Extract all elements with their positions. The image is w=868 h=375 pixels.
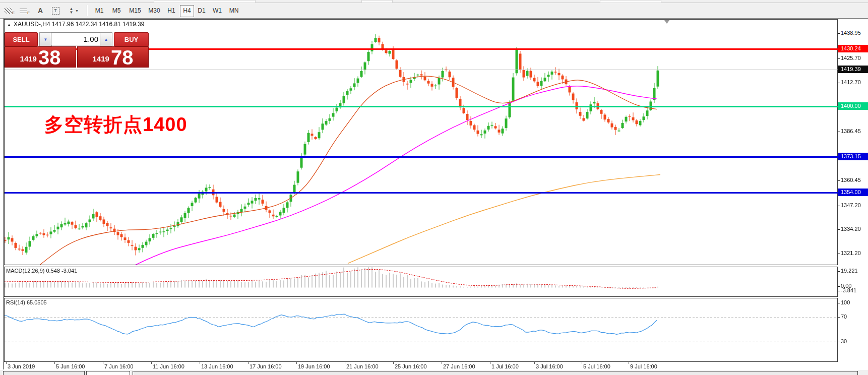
symbol-ohlc-text: XAUUSD-,H4 1417.96 1422.34 1416.81 1419.… (14, 21, 145, 28)
date-tick (345, 362, 345, 364)
volume-increase-button[interactable]: ▲ (100, 32, 112, 46)
arrows-tool-button[interactable]: ▲▼ ▾ (65, 5, 83, 17)
buy-button-label: BUY (125, 36, 138, 43)
price-badge-1354.00: 1354.00 (838, 189, 868, 196)
axis-label: 1321.20 (841, 250, 861, 256)
buy-button[interactable]: BUY (114, 32, 149, 46)
axis-tick (838, 291, 840, 291)
text-box-tool-button[interactable]: T (49, 5, 61, 17)
axis-tick (838, 132, 840, 132)
level-line-1419.39[interactable] (5, 70, 838, 70)
axis-tick (838, 317, 840, 318)
sell-button[interactable]: SELL (5, 32, 38, 46)
axis-tick (838, 58, 840, 59)
chevron-down-icon: ▾ (76, 9, 78, 13)
arrows-icon: ▲▼ (70, 7, 74, 14)
date-label: 25 Jun 16:00 (395, 363, 427, 369)
axis-tick (838, 342, 840, 342)
date-tick (248, 362, 249, 364)
chart-shift-marker[interactable] (664, 20, 669, 24)
date-label: 13 Jun 16:00 (201, 363, 233, 369)
timeframe-button-M30[interactable]: M30 (146, 5, 163, 16)
bottom-window-tab[interactable] (133, 371, 858, 375)
timeframe-button-MN[interactable]: MN (226, 5, 241, 16)
collapse-triangle-icon[interactable]: ▲ (7, 23, 11, 27)
date-label: 5 Jun 16:00 (56, 363, 85, 369)
date-tick (442, 362, 442, 364)
axis-tick (838, 286, 840, 287)
timeframe-button-H4[interactable]: H4 (180, 5, 194, 17)
level-line-1400.00[interactable] (5, 106, 838, 107)
date-tick (296, 362, 297, 364)
chart-symbol-title: ▲XAUUSD-,H4 1417.96 1422.34 1416.81 1419… (7, 21, 144, 28)
axis-tick (838, 83, 840, 83)
channel-lines-icon (5, 8, 12, 14)
sell-price-big: 38 (38, 49, 61, 66)
rsi-indicator-label: RSI(14) 65.0505 (6, 299, 47, 305)
price-badge-1419.39: 1419.39 (838, 66, 868, 73)
volume-input[interactable] (51, 32, 102, 45)
buy-price-display[interactable]: 1419 78 (77, 46, 149, 68)
spin-up-icon: ▲ (104, 37, 108, 42)
date-label: 21 Jun 16:00 (346, 363, 379, 369)
timeframe-button-W1[interactable]: W1 (210, 5, 224, 16)
axis-label: 1412.70 (841, 79, 861, 85)
axis-label: 100 (841, 299, 850, 305)
date-tick (151, 362, 152, 364)
price-chart-canvas[interactable] (4, 19, 838, 361)
axis-label: 19.221 (841, 268, 858, 274)
axis-label: 1386.45 (841, 128, 861, 134)
date-tick (582, 362, 582, 364)
volume-decrease-button[interactable]: ▼ (39, 32, 52, 46)
one-click-trading-panel: SELL ▼ ▲ BUY 1419 38 1419 78 (5, 31, 148, 66)
date-label: 19 Jun 16:00 (298, 363, 330, 369)
date-label: 3 Jul 16:00 (536, 363, 563, 369)
sell-price-display[interactable]: 1419 38 (5, 46, 76, 68)
axis-tick (838, 206, 840, 206)
timeframe-button-M5[interactable]: M5 (109, 5, 123, 16)
price-badge-1430.24: 1430.24 (838, 45, 868, 52)
text-tool-button[interactable]: A (34, 5, 46, 17)
date-label: 3 Jun 2019 (8, 363, 35, 369)
chart-window-border (3, 19, 4, 369)
level-line-1373.15[interactable] (5, 156, 838, 158)
price-badge-1373.15: 1373.15 (838, 153, 868, 160)
tool-glyph: F (27, 11, 30, 15)
axis-label: 70 (841, 314, 847, 320)
fibonacci-lines-icon (20, 8, 27, 13)
bottom-window-tab[interactable] (3, 371, 85, 375)
level-line-1354.00[interactable] (5, 192, 838, 194)
date-label: 11 Jun 16:00 (153, 363, 184, 369)
date-label: 5 Jul 16:00 (583, 363, 610, 369)
axis-tick (838, 180, 840, 181)
axis-tick (838, 33, 840, 34)
sell-button-label: SELL (13, 36, 29, 43)
fibonacci-tool-button[interactable]: F (18, 5, 31, 17)
axis-label: 1334.20 (841, 226, 861, 232)
axis-label: 1438.95 (841, 30, 861, 36)
timeframe-button-M15[interactable]: M15 (127, 5, 144, 16)
macd-indicator-label: MACD(12,26,9) 0.548 -3.041 (6, 268, 77, 274)
axis-label: -3.841 (841, 287, 856, 293)
mt4-terminal: E F A T ▲▼ ▾ M1M5M15M30H1H4D1W1MN ▲XAUUS… (0, 0, 868, 375)
axis-tick (838, 271, 840, 272)
date-label: 9 Jul 16:00 (630, 363, 657, 369)
timeframe-button-D1[interactable]: D1 (195, 5, 208, 16)
equidistant-channel-tool-button[interactable]: E (3, 5, 16, 17)
timeframe-button-H1[interactable]: H1 (165, 5, 178, 16)
date-tick (629, 362, 629, 364)
axis-label: 1425.70 (841, 55, 861, 61)
date-tick (6, 362, 7, 364)
axis-tick (838, 303, 840, 303)
timeframe-button-M1[interactable]: M1 (92, 5, 106, 16)
spin-down-icon: ▼ (44, 37, 48, 42)
axis-label: 1360.45 (841, 177, 861, 183)
bottom-window-tab[interactable] (86, 371, 130, 375)
axis-tick (838, 229, 840, 230)
text-tool-icon: A (38, 7, 43, 15)
sell-price-small: 1419 (20, 54, 37, 63)
date-axis: 3 Jun 20195 Jun 16:007 Jun 16:0011 Jun 1… (4, 362, 868, 370)
price-badge-1400.00: 1400.00 (838, 102, 868, 110)
date-label: 1 Jul 16:00 (491, 363, 519, 369)
toolbar-separator (87, 5, 88, 16)
